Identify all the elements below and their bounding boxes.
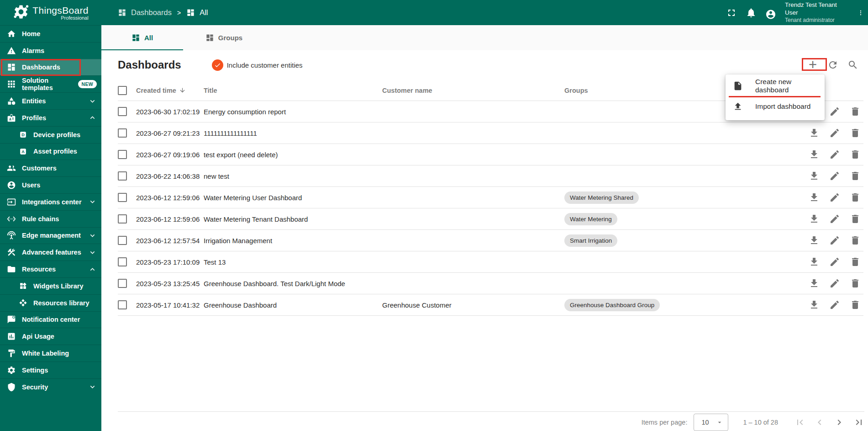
sidebar-item-white-labeling[interactable]: White Labeling: [0, 345, 101, 362]
group-chip[interactable]: Greenhouse Dashboard Group: [564, 299, 660, 311]
tab-groups[interactable]: Groups: [183, 25, 265, 50]
table-row[interactable]: 2023-05-17 10:41:32Greenhouse DashboardG…: [118, 294, 863, 316]
edit-dashboard-button[interactable]: [829, 278, 840, 289]
select-all-checkbox[interactable]: [118, 86, 127, 95]
delete-dashboard-button[interactable]: [850, 299, 861, 310]
row-checkbox[interactable]: [118, 279, 127, 288]
sidebar-item-profiles[interactable]: Profiles: [0, 109, 101, 126]
search-button[interactable]: [847, 59, 858, 70]
row-checkbox[interactable]: [118, 171, 127, 181]
table-row[interactable]: 2023-06-27 09:21:231111111111111111: [118, 122, 863, 144]
table-row[interactable]: 2023-06-12 12:57:54Irrigation Management…: [118, 230, 863, 251]
top-header: Dashboards > All Trendz Test Tenant User…: [101, 0, 868, 25]
edit-dashboard-button[interactable]: [829, 299, 840, 310]
delete-dashboard-button[interactable]: [850, 213, 861, 224]
row-checkbox[interactable]: [118, 128, 127, 138]
menu-item-create-new-dashboard[interactable]: Create new dashboard: [726, 75, 825, 96]
delete-dashboard-button[interactable]: [850, 278, 861, 289]
sidebar-item-alarms[interactable]: Alarms: [0, 42, 101, 59]
sidebar-item-device-profiles[interactable]: DDevice profiles: [0, 126, 101, 143]
prev-page-button[interactable]: [814, 417, 825, 428]
sidebar-item-settings[interactable]: Settings: [0, 362, 101, 378]
delete-dashboard-button[interactable]: [850, 256, 861, 267]
delete-dashboard-button[interactable]: [850, 170, 861, 181]
next-page-button[interactable]: [834, 417, 845, 428]
delete-dashboard-button[interactable]: [850, 235, 861, 246]
items-per-page-select[interactable]: 10: [694, 414, 728, 431]
row-checkbox[interactable]: [118, 300, 127, 309]
sidebar-item-integrations-center[interactable]: Integrations center: [0, 193, 101, 210]
sidebar-item-advanced-features[interactable]: Advanced features: [0, 244, 101, 261]
sidebar-item-api-usage[interactable]: Api Usage: [0, 328, 101, 345]
sidebar-item-security[interactable]: Security: [0, 378, 101, 395]
row-checkbox[interactable]: [118, 107, 127, 116]
export-dashboard-button[interactable]: [809, 299, 820, 310]
edit-dashboard-button[interactable]: [829, 235, 840, 246]
edit-dashboard-button[interactable]: [829, 128, 840, 138]
column-header-customer-name[interactable]: Customer name: [382, 87, 564, 94]
row-checkbox[interactable]: [118, 193, 127, 202]
table-row[interactable]: 2023-06-12 12:59:06Water Metering User D…: [118, 187, 863, 208]
sidebar-item-widgets-library[interactable]: Widgets Library: [0, 277, 101, 294]
include-customer-entities-toggle[interactable]: Include customer entities: [204, 61, 303, 69]
first-page-button[interactable]: [794, 417, 805, 428]
sidebar-item-rule-chains[interactable]: Rule chains: [0, 210, 101, 227]
sidebar-item-resources-library[interactable]: Resources library: [0, 294, 101, 311]
sidebar-item-solution-templates[interactable]: Solution templatesNEW: [0, 75, 101, 92]
column-header-created-time[interactable]: Created time: [136, 87, 204, 94]
notifications-bell-icon[interactable]: [746, 7, 757, 18]
edit-dashboard-button[interactable]: [829, 106, 840, 117]
sidebar-item-entities[interactable]: Entities: [0, 92, 101, 109]
table-row[interactable]: 2023-05-23 13:25:45Greenhouse Dashboard.…: [118, 273, 863, 294]
delete-dashboard-button[interactable]: [850, 149, 861, 160]
table-row[interactable]: 2023-06-27 09:19:06test export (need del…: [118, 144, 863, 165]
more-vert-icon[interactable]: [857, 7, 864, 18]
export-dashboard-button[interactable]: [809, 213, 820, 224]
user-info[interactable]: Trendz Test Tenant User Tenant administr…: [785, 1, 849, 24]
edit-dashboard-button[interactable]: [829, 170, 840, 181]
edit-dashboard-button[interactable]: [829, 149, 840, 160]
sidebar-item-customers[interactable]: Customers: [0, 160, 101, 176]
sidebar-item-dashboards[interactable]: Dashboards: [0, 59, 101, 76]
sidebar-item-asset-profiles[interactable]: AAsset profiles: [0, 143, 101, 160]
column-header-title[interactable]: Title: [204, 87, 382, 94]
sidebar-item-home[interactable]: Home: [0, 25, 101, 42]
delete-dashboard-button[interactable]: [850, 192, 861, 203]
row-checkbox[interactable]: [118, 214, 127, 223]
group-chip[interactable]: Water Metering Shared: [564, 192, 639, 204]
sidebar-item-resources[interactable]: Resources: [0, 261, 101, 277]
add-dashboard-button[interactable]: +: [807, 59, 818, 70]
edit-dashboard-button[interactable]: [829, 213, 840, 224]
app-logo[interactable]: ThingsBoard Professional: [0, 0, 101, 25]
menu-item-import-dashboard[interactable]: Import dashboard: [726, 96, 825, 117]
avatar[interactable]: [765, 7, 776, 18]
sidebar-item-label: Profiles: [22, 114, 46, 122]
export-dashboard-button[interactable]: [809, 235, 820, 246]
edit-dashboard-button[interactable]: [829, 192, 840, 203]
delete-dashboard-button[interactable]: [850, 128, 861, 138]
row-checkbox[interactable]: [118, 257, 127, 266]
export-dashboard-button[interactable]: [809, 128, 820, 138]
tab-all[interactable]: All: [101, 25, 183, 50]
export-dashboard-button[interactable]: [809, 170, 820, 181]
export-dashboard-button[interactable]: [809, 192, 820, 203]
table-row[interactable]: 2023-05-23 17:10:09Test 13: [118, 251, 863, 273]
edit-dashboard-button[interactable]: [829, 256, 840, 267]
fullscreen-icon[interactable]: [726, 7, 737, 18]
sidebar-item-edge-management[interactable]: Edge management: [0, 227, 101, 244]
export-dashboard-button[interactable]: [809, 149, 820, 160]
sidebar-item-notification-center[interactable]: Notification center: [0, 311, 101, 328]
breadcrumb-parent[interactable]: Dashboards: [118, 8, 172, 17]
group-chip[interactable]: Water Metering: [564, 213, 617, 225]
delete-dashboard-button[interactable]: [850, 106, 861, 117]
export-dashboard-button[interactable]: [809, 278, 820, 289]
row-checkbox[interactable]: [118, 150, 127, 159]
export-dashboard-button[interactable]: [809, 256, 820, 267]
group-chip[interactable]: Smart Irrigation: [564, 234, 617, 247]
table-row[interactable]: 2023-06-12 12:59:06Water Metering Tenant…: [118, 208, 863, 230]
table-row[interactable]: 2023-06-22 14:06:38new test: [118, 165, 863, 187]
row-checkbox[interactable]: [118, 236, 127, 245]
refresh-button[interactable]: [827, 59, 838, 70]
last-page-button[interactable]: [853, 417, 864, 428]
sidebar-item-users[interactable]: Users: [0, 176, 101, 193]
